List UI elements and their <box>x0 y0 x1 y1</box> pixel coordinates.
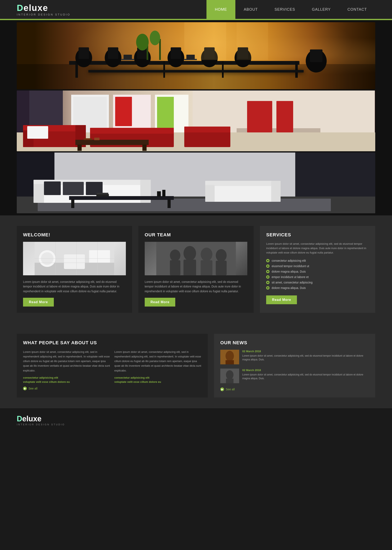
svg-rect-70 <box>205 181 280 186</box>
news-thumb-1-svg <box>220 350 239 364</box>
svg-point-21 <box>136 34 149 50</box>
svg-rect-19 <box>310 50 322 62</box>
svg-rect-99 <box>170 260 180 275</box>
svg-rect-95 <box>201 260 212 275</box>
service-item-4: empor incididunt ut labore et <box>266 275 369 279</box>
welcome-column: WELCOME! <box>17 226 132 313</box>
svg-point-23 <box>150 31 160 45</box>
testimonial-block-2: Lorem ipsum dolor sit amet, consectetur … <box>114 350 202 384</box>
svg-rect-69 <box>205 185 280 202</box>
testimonial-block-1: Lorem ipsum dolor sit amet, consectetur … <box>23 350 110 384</box>
svg-point-92 <box>183 246 196 261</box>
team-column: OUR TEAM L <box>138 226 254 313</box>
svg-rect-72 <box>271 181 280 202</box>
mono-svg <box>17 152 375 213</box>
service-dot-4 <box>266 275 269 279</box>
bathroom-image <box>23 242 126 275</box>
service-dot-5 <box>266 281 269 284</box>
footer-logo-subtitle: Interior Design Studio <box>17 423 375 426</box>
footer-logo-d: D <box>17 414 22 423</box>
svg-rect-66 <box>44 181 61 195</box>
svg-rect-3 <box>295 61 298 78</box>
svg-rect-47 <box>27 126 48 139</box>
news-title: OUR NEWS <box>220 340 369 345</box>
news-item-2: 02 March 2018 Lorem ipsum dolor sit amet… <box>220 369 369 383</box>
header: Deluxe Interior Design Studio HOME ABOUT… <box>0 0 392 19</box>
testimonial-text-1: Lorem ipsum dolor sit amet, consectetur … <box>23 350 110 373</box>
services-read-more-button[interactable]: Read More <box>266 295 297 304</box>
svg-rect-55 <box>84 138 92 140</box>
services-intro-text: Lorem ipsum dolor sit amet, consectetur … <box>266 242 369 255</box>
testimonial-link-1a[interactable]: consectetur adipisicing elit <box>23 376 110 379</box>
svg-rect-51 <box>77 145 82 151</box>
team-text: Lorem ipsum dolor sit amet, consectetur … <box>145 279 247 293</box>
office-svg <box>17 22 375 89</box>
news-see-all[interactable]: ▶ See all <box>220 387 369 391</box>
team-image <box>145 242 247 275</box>
navigation: HOME ABOUT SERVICES GALLERY CONTACT <box>206 0 375 19</box>
bathroom-svg <box>23 242 126 275</box>
service-item-1: consectetur adipisicing elit <box>266 259 369 262</box>
service-item-3: dolore magna aliqua. Duis <box>266 270 369 273</box>
svg-rect-1 <box>69 61 300 65</box>
three-column-section: WELCOME! <box>17 226 375 313</box>
service-dot-2 <box>266 264 269 268</box>
logo-text: Deluxe <box>17 3 70 13</box>
svg-rect-49 <box>90 128 174 134</box>
testimonials-inner: Lorem ipsum dolor sit amet, consectetur … <box>23 350 202 384</box>
welcome-read-more-button[interactable]: Read More <box>23 298 54 307</box>
svg-rect-50 <box>75 140 149 145</box>
svg-rect-24 <box>184 22 226 60</box>
nav-home[interactable]: HOME <box>206 0 235 19</box>
testimonial-text-2: Lorem ipsum dolor sit amet, consectetur … <box>114 350 202 373</box>
svg-rect-53 <box>184 131 230 147</box>
service-item-6: dolore magna aliqua. Duis <box>266 286 369 290</box>
footer-logo-text: Deluxe <box>17 414 375 423</box>
logo-d-letter: D <box>17 3 23 13</box>
news-see-all-icon: ▶ <box>220 387 224 391</box>
testimonials-title: WHAT PEOPLE SAY ABOUT US <box>23 340 202 345</box>
svg-rect-52 <box>142 145 147 151</box>
logo-subtitle: Interior Design Studio <box>17 13 70 16</box>
welcome-text: Lorem ipsum dolor sit amet, consectetur … <box>23 279 126 293</box>
team-photo <box>145 242 247 275</box>
svg-rect-7 <box>78 47 89 59</box>
svg-rect-56 <box>94 138 99 140</box>
svg-rect-29 <box>186 55 195 59</box>
svg-rect-25 <box>237 22 268 60</box>
hero-office-image <box>17 22 375 89</box>
footer-logo: Deluxe Interior Design Studio <box>17 414 375 426</box>
svg-rect-77 <box>97 193 108 194</box>
see-all-icon: ▶ <box>23 386 27 390</box>
nav-contact[interactable]: CONTACT <box>339 0 375 19</box>
team-read-more-button[interactable]: Read More <box>145 298 175 307</box>
testimonial-link-1b[interactable]: voluptate velit esse cillum dolore eu <box>23 380 110 383</box>
news-content-1: 02 March 2018 Lorem ipsum dolor sit amet… <box>242 350 369 364</box>
svg-rect-40 <box>247 101 272 132</box>
svg-rect-84 <box>64 254 85 269</box>
news-column: OUR NEWS 02 March 2018 Lorem ipsum dolor… <box>214 334 375 398</box>
news-thumb-2 <box>220 369 239 383</box>
news-item-1: 02 March 2018 Lorem ipsum dolor sit amet… <box>220 350 369 364</box>
news-thumb-1 <box>220 350 239 364</box>
svg-rect-35 <box>115 97 132 126</box>
news-text-1: Lorem ipsum dolor sit amet, consectetur … <box>242 354 369 361</box>
news-text-2: Lorem ipsum dolor sit amet, consectetur … <box>242 373 369 380</box>
svg-rect-75 <box>168 200 171 208</box>
svg-rect-4 <box>163 61 165 78</box>
testimonials-see-all[interactable]: ▶ See all <box>23 386 202 390</box>
nav-gallery[interactable]: GALLERY <box>304 0 339 19</box>
bottom-section: WHAT PEOPLE SAY ABOUT US Lorem ipsum dol… <box>0 332 392 408</box>
team-title: OUR TEAM <box>145 232 247 238</box>
nav-services[interactable]: SERVICES <box>266 0 304 19</box>
office-scene <box>17 22 375 89</box>
svg-rect-54 <box>184 127 230 132</box>
svg-rect-71 <box>205 185 215 202</box>
testimonial-link-2a[interactable]: consectetur adipisicing elit <box>114 376 202 379</box>
testimonial-link-2b[interactable]: voluptate velit esse cillum dolore eu <box>114 380 202 383</box>
nav-about[interactable]: ABOUT <box>235 0 266 19</box>
hero-mono-image <box>17 152 375 213</box>
welcome-title: WELCOME! <box>23 232 126 238</box>
svg-rect-79 <box>162 190 165 197</box>
footer: Deluxe Interior Design Studio <box>0 408 392 432</box>
